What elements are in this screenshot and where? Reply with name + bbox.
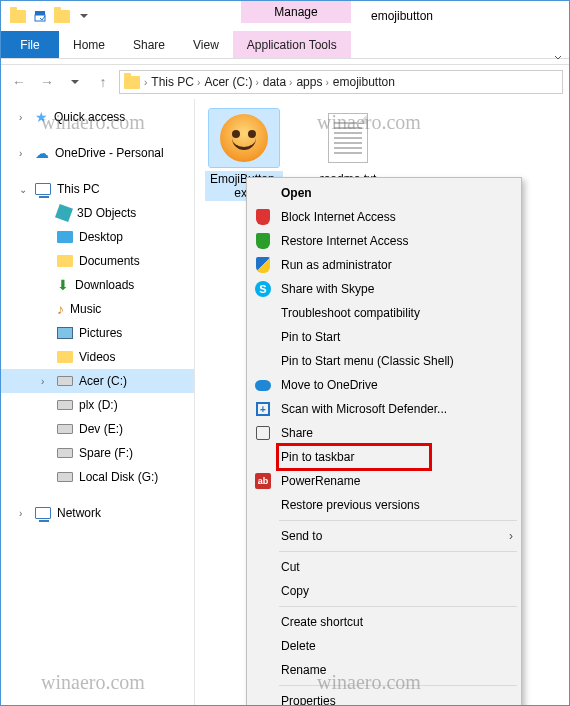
- context-menu-item-properties[interactable]: Properties: [249, 689, 519, 706]
- sidebar-item-local-disk-g-[interactable]: Local Disk (G:): [1, 465, 194, 489]
- titlebar: Manage emojibutton: [1, 1, 569, 31]
- sidebar-item-spare-f-[interactable]: Spare (F:): [1, 441, 194, 465]
- qat-dropdown-icon[interactable]: [75, 7, 93, 25]
- context-menu-item-block-internet-access[interactable]: Block Internet Access: [249, 205, 519, 229]
- svg-rect-1: [35, 11, 45, 15]
- breadcrumb: apps›: [296, 75, 328, 89]
- sidebar-item-desktop[interactable]: Desktop: [1, 225, 194, 249]
- sidebar-item-quick-access[interactable]: ›★Quick access: [1, 105, 194, 129]
- submenu-arrow-icon: ›: [509, 529, 513, 543]
- shield-allow-icon: [256, 233, 270, 249]
- tab-home[interactable]: Home: [59, 31, 119, 58]
- file-tab[interactable]: File: [1, 31, 59, 58]
- properties-icon[interactable]: [31, 7, 49, 25]
- context-menu-item-troubleshoot-compatibility[interactable]: Troubleshoot compatibility: [249, 301, 519, 325]
- context-menu-item-share[interactable]: Share: [249, 421, 519, 445]
- context-menu-item-restore-previous-versions[interactable]: Restore previous versions: [249, 493, 519, 517]
- chevron-right-icon[interactable]: ›: [289, 77, 292, 88]
- sidebar-item-label: Spare (F:): [79, 446, 133, 460]
- tab-application-tools[interactable]: Application Tools: [233, 31, 351, 58]
- context-menu-item-delete[interactable]: Delete: [249, 634, 519, 658]
- context-menu-item-run-as-administrator[interactable]: Run as administrator: [249, 253, 519, 277]
- context-menu-item-restore-internet-access[interactable]: Restore Internet Access: [249, 229, 519, 253]
- shield-block-icon: [256, 209, 270, 225]
- sidebar-item-onedrive[interactable]: ›☁OneDrive - Personal: [1, 141, 194, 165]
- sidebar-item-label: Acer (C:): [79, 374, 127, 388]
- recent-locations-icon[interactable]: [63, 70, 87, 94]
- context-menu-label: Cut: [281, 560, 513, 574]
- context-menu: OpenBlock Internet AccessRestore Interne…: [246, 177, 522, 706]
- chevron-right-icon[interactable]: ›: [255, 77, 258, 88]
- context-menu-item-pin-to-start-menu-classic-shell[interactable]: Pin to Start menu (Classic Shell): [249, 349, 519, 373]
- pic-icon: [57, 327, 73, 339]
- crumb-label[interactable]: This PC: [151, 75, 194, 89]
- sidebar-item-downloads[interactable]: ⬇Downloads: [1, 273, 194, 297]
- context-menu-item-send-to[interactable]: Send to›: [249, 524, 519, 548]
- context-menu-label: Pin to Start menu (Classic Shell): [281, 354, 513, 368]
- context-menu-label: Share with Skype: [281, 282, 513, 296]
- context-menu-label: Move to OneDrive: [281, 378, 513, 392]
- context-menu-label: Rename: [281, 663, 513, 677]
- sidebar-item-label: 3D Objects: [77, 206, 136, 220]
- new-folder-icon[interactable]: [53, 7, 71, 25]
- address-bar[interactable]: › This PC› Acer (C:)› data› apps› emojib…: [119, 70, 563, 94]
- quick-access-toolbar: [1, 1, 101, 31]
- sidebar-item-3d-objects[interactable]: 3D Objects: [1, 201, 194, 225]
- chevron-right-icon[interactable]: ›: [197, 77, 200, 88]
- context-menu-item-powerrename[interactable]: abPowerRename: [249, 469, 519, 493]
- skype-icon: S: [255, 281, 271, 297]
- crumb-label[interactable]: data: [263, 75, 286, 89]
- context-menu-item-pin-to-taskbar[interactable]: Pin to taskbar: [249, 445, 519, 469]
- tab-view[interactable]: View: [179, 31, 233, 58]
- context-menu-item-rename[interactable]: Rename: [249, 658, 519, 682]
- chevron-right-icon[interactable]: ›: [144, 77, 147, 88]
- folder-icon: [124, 76, 140, 89]
- context-menu-label: Block Internet Access: [281, 210, 513, 224]
- context-menu-label: Troubleshoot compatibility: [281, 306, 513, 320]
- forward-button[interactable]: →: [35, 70, 59, 94]
- chevron-right-icon[interactable]: ›: [325, 77, 328, 88]
- context-menu-label: Pin to taskbar: [281, 450, 513, 464]
- music-icon: ♪: [57, 301, 64, 317]
- crumb-label[interactable]: apps: [296, 75, 322, 89]
- desktop-icon: [57, 231, 73, 243]
- crumb-label[interactable]: emojibutton: [333, 75, 395, 89]
- sidebar-item-dev-e-[interactable]: Dev (E:): [1, 417, 194, 441]
- expand-ribbon-icon[interactable]: [553, 52, 563, 62]
- context-menu-item-move-to-onedrive[interactable]: Move to OneDrive: [249, 373, 519, 397]
- back-button[interactable]: ←: [7, 70, 31, 94]
- up-button[interactable]: ↑: [91, 70, 115, 94]
- context-menu-item-open[interactable]: Open: [249, 181, 519, 205]
- context-menu-label: Send to: [281, 529, 501, 543]
- sidebar-item-pictures[interactable]: Pictures: [1, 321, 194, 345]
- share-icon: [256, 426, 270, 440]
- network-icon: [35, 507, 51, 519]
- context-menu-item-cut[interactable]: Cut: [249, 555, 519, 579]
- ribbon-tabs: File Home Share View Application Tools: [1, 31, 569, 59]
- sidebar-item-label: Desktop: [79, 230, 123, 244]
- context-menu-item-copy[interactable]: Copy: [249, 579, 519, 603]
- context-menu-label: Copy: [281, 584, 513, 598]
- powerrename-icon: ab: [255, 473, 271, 489]
- navigation-bar: ← → ↑ › This PC› Acer (C:)› data› apps› …: [1, 65, 569, 99]
- sidebar-item-acer-c-[interactable]: ›Acer (C:): [1, 369, 194, 393]
- sidebar-item-this-pc[interactable]: ⌄This PC: [1, 177, 194, 201]
- file-item[interactable]: readme.txt: [309, 109, 387, 187]
- context-menu-item-create-shortcut[interactable]: Create shortcut: [249, 610, 519, 634]
- context-menu-item-share-with-skype[interactable]: SShare with Skype: [249, 277, 519, 301]
- crumb-label[interactable]: Acer (C:): [204, 75, 252, 89]
- context-menu-label: Scan with Microsoft Defender...: [281, 402, 513, 416]
- drive-icon: [57, 448, 73, 458]
- sidebar-item-music[interactable]: ♪Music: [1, 297, 194, 321]
- context-menu-item-pin-to-start[interactable]: Pin to Start: [249, 325, 519, 349]
- folder-icon: [9, 7, 27, 25]
- context-menu-item-scan-with-microsoft-defender[interactable]: +Scan with Microsoft Defender...: [249, 397, 519, 421]
- sidebar-item-plx-d-[interactable]: plx (D:): [1, 393, 194, 417]
- sidebar-item-videos[interactable]: Videos: [1, 345, 194, 369]
- context-menu-label: Create shortcut: [281, 615, 513, 629]
- tab-share[interactable]: Share: [119, 31, 179, 58]
- sidebar-item-network[interactable]: ›Network: [1, 501, 194, 525]
- sidebar-item-documents[interactable]: Documents: [1, 249, 194, 273]
- breadcrumb: emojibutton: [333, 75, 395, 89]
- sidebar-item-label: Local Disk (G:): [79, 470, 158, 484]
